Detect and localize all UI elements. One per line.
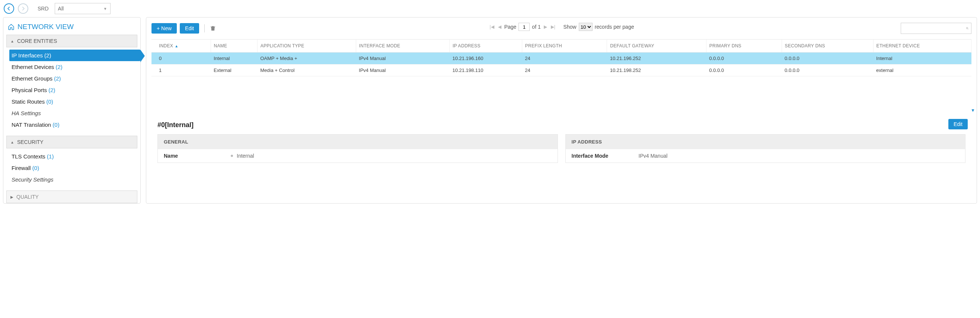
sidebar-section-quality[interactable]: ▶ QUALITY <box>6 190 137 203</box>
sidebar-item-ha-settings[interactable]: HA Settings <box>6 107 137 119</box>
search-input[interactable] <box>903 26 966 31</box>
sidebar-item-ip-interfaces[interactable]: IP Interfaces (2) <box>9 50 140 61</box>
page-last-icon[interactable]: ▶| <box>550 24 556 29</box>
show-label: Show <box>563 24 576 30</box>
col-name[interactable]: NAME <box>211 40 257 53</box>
detail-panel: ▼ #0[Internal] Edit GENERAL Name Interna… <box>151 121 971 163</box>
home-icon <box>8 24 14 30</box>
srd-label: SRD <box>38 6 49 11</box>
caret-down-icon: ▼ <box>103 7 107 11</box>
ip-interfaces-table: INDEX▲ NAME APPLICATION TYPE INTERFACE M… <box>151 39 971 77</box>
search-box[interactable] <box>901 23 971 34</box>
detail-title: #0[Internal] <box>158 121 966 129</box>
new-button[interactable]: + New <box>151 23 177 34</box>
col-ethdev[interactable]: ETHERNET DEVICE <box>873 40 971 53</box>
sidebar-items-core: IP Interfaces (2) Ethernet Devices (2) E… <box>6 47 137 136</box>
top-bar: SRD All ▼ <box>0 0 980 17</box>
edit-button[interactable]: Edit <box>180 23 199 34</box>
collapse-detail-icon[interactable]: ▼ <box>971 108 975 113</box>
triangle-down-icon: ▲ <box>10 39 14 43</box>
toolbar: + New Edit |◀ ◀ Page of 1 ▶ ▶| Show 10 r… <box>151 23 971 34</box>
col-dns1[interactable]: PRIMARY DNS <box>706 40 782 53</box>
table-header-row: INDEX▲ NAME APPLICATION TYPE INTERFACE M… <box>151 40 971 53</box>
search-icon <box>966 25 969 32</box>
page-of-label: of 1 <box>532 24 541 30</box>
sidebar: NETWORK VIEW ▲ CORE ENTITIES IP Interfac… <box>3 17 141 203</box>
pager: |◀ ◀ Page of 1 ▶ ▶| Show 10 records per … <box>489 23 634 31</box>
sidebar-item-tls-contexts[interactable]: TLS Contexts (1) <box>6 150 137 162</box>
arrow-right-icon <box>21 6 26 11</box>
records-label: records per page <box>595 24 634 30</box>
srd-select[interactable]: All ▼ <box>55 3 111 14</box>
sidebar-section-core-entities[interactable]: ▲ CORE ENTITIES <box>6 35 137 47</box>
detail-card-ipaddress: IP ADDRESS Interface Mode IPv4 Manual <box>565 134 966 163</box>
detail-card-general: GENERAL Name Internal <box>158 134 558 163</box>
detail-row-interface-mode: Interface Mode IPv4 Manual <box>572 153 959 159</box>
sidebar-section-security[interactable]: ▲ SECURITY <box>6 136 137 149</box>
col-if-mode[interactable]: INTERFACE MODE <box>356 40 449 53</box>
sidebar-item-ethernet-devices[interactable]: Ethernet Devices (2) <box>6 61 137 73</box>
detail-row-name: Name Internal <box>164 153 552 159</box>
page-input[interactable] <box>519 23 530 31</box>
col-gateway[interactable]: DEFAULT GATEWAY <box>607 40 706 53</box>
col-index[interactable]: INDEX▲ <box>151 40 211 53</box>
col-app-type[interactable]: APPLICATION TYPE <box>257 40 356 53</box>
col-dns2[interactable]: SECONDARY DNS <box>782 40 873 53</box>
detail-card-header: IP ADDRESS <box>566 134 966 149</box>
sidebar-item-security-settings[interactable]: Security Settings <box>6 174 137 185</box>
sidebar-items-security: TLS Contexts (1) Firewall (0) Security S… <box>6 149 137 190</box>
toolbar-divider <box>204 24 205 32</box>
bullet-icon <box>231 155 233 157</box>
sort-asc-icon: ▲ <box>175 44 178 48</box>
sidebar-title[interactable]: NETWORK VIEW <box>6 21 137 35</box>
page-next-icon[interactable]: ▶ <box>543 24 548 29</box>
nav-back-button[interactable] <box>4 3 14 14</box>
table-row[interactable]: 1 External Media + Control IPv4 Manual 1… <box>151 64 971 77</box>
page-label: Page <box>504 24 517 30</box>
nav-forward-button[interactable] <box>18 3 28 14</box>
detail-edit-button[interactable]: Edit <box>948 119 968 129</box>
page-first-icon[interactable]: |◀ <box>489 24 495 29</box>
sidebar-item-ethernet-groups[interactable]: Ethernet Groups (2) <box>6 73 137 84</box>
triangle-right-icon: ▶ <box>10 195 13 199</box>
detail-card-header: GENERAL <box>158 134 558 149</box>
page-prev-icon[interactable]: ◀ <box>497 24 502 29</box>
svg-point-0 <box>966 27 968 29</box>
srd-select-value: All <box>58 6 64 11</box>
triangle-down-icon: ▲ <box>10 140 14 144</box>
sidebar-item-static-routes[interactable]: Static Routes (0) <box>6 96 137 107</box>
content-panel: + New Edit |◀ ◀ Page of 1 ▶ ▶| Show 10 r… <box>146 17 977 203</box>
sidebar-item-physical-ports[interactable]: Physical Ports (2) <box>6 84 137 96</box>
table-row[interactable]: 0 Internal OAMP + Media + IPv4 Manual 10… <box>151 53 971 64</box>
arrow-left-icon <box>6 6 11 11</box>
col-prefix[interactable]: PREFIX LENGTH <box>522 40 607 53</box>
show-select[interactable]: 10 <box>579 23 593 31</box>
trash-icon[interactable] <box>210 25 216 32</box>
col-ip[interactable]: IP ADDRESS <box>449 40 522 53</box>
sidebar-item-firewall[interactable]: Firewall (0) <box>6 162 137 174</box>
sidebar-item-nat-translation[interactable]: NAT Translation (0) <box>6 119 137 131</box>
